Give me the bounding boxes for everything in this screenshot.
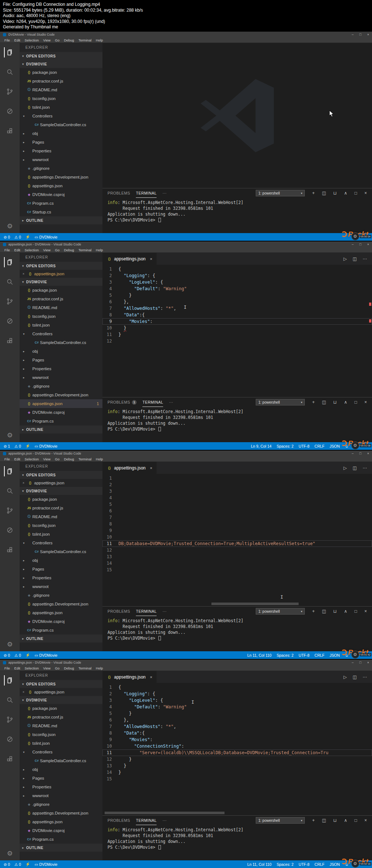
problems-tab[interactable]: PROBLEMS — [108, 188, 130, 198]
menu-item[interactable]: Go — [53, 248, 62, 252]
flame-icon[interactable]: ⚡ — [25, 862, 30, 867]
code-editor[interactable]: 1{2 "Logging": {3 "LogLevel": {4 "Defaul… — [102, 683, 372, 815]
status-item[interactable]: JSON — [329, 444, 340, 448]
tree-item[interactable]: ▸ obj — [20, 556, 102, 565]
tree-item[interactable]: ▸ Pages — [20, 565, 102, 573]
workspace-indicator[interactable]: ▭DVDMovie — [35, 235, 57, 239]
terminal-output[interactable]: info: Microsoft.AspNetCore.Hosting.Inter… — [102, 616, 372, 651]
tree-item[interactable]: {} tslint.json — [20, 530, 102, 539]
search-icon[interactable] — [5, 695, 15, 705]
search-icon[interactable] — [5, 277, 15, 287]
kill-terminal-icon[interactable]: ⊔ — [333, 609, 337, 614]
run-icon[interactable]: ▷ — [343, 465, 347, 471]
menu-item[interactable]: View — [41, 248, 53, 252]
status-item[interactable]: Ln 11, Col 110 — [247, 653, 272, 657]
extensions-icon[interactable] — [5, 545, 15, 555]
tree-item[interactable]: JS protractor.conf.js — [20, 504, 102, 512]
menu-item[interactable]: Edit — [12, 248, 22, 252]
open-editor-item[interactable]: × {} appsettings.json — [20, 270, 102, 278]
split-editor-icon[interactable]: ◫ — [353, 675, 357, 680]
menu-item[interactable]: Terminal — [76, 457, 94, 461]
workspace-indicator[interactable]: ▭DVDMovie — [35, 862, 57, 867]
status-item[interactable]: UTF-8 — [299, 862, 310, 867]
menu-item[interactable]: File — [2, 666, 12, 670]
tree-item[interactable]: C# SampleDataController.cs — [20, 756, 102, 765]
maximize-panel-icon[interactable]: ∧ — [344, 400, 347, 405]
outline-header[interactable]: ▸ OUTLINE — [20, 635, 102, 643]
minimize-icon[interactable]: – — [352, 243, 353, 246]
warnings-indicator[interactable]: ⚠0 — [15, 862, 21, 867]
source-control-icon[interactable] — [5, 505, 15, 516]
tree-item[interactable]: {} appsettings.json — [20, 181, 102, 190]
terminal-output[interactable]: info: Microsoft.AspNetCore.Hosting.Inter… — [102, 407, 372, 442]
status-item[interactable]: CRLF — [315, 862, 324, 867]
tree-item[interactable]: ▸ Pages — [20, 356, 102, 364]
tree-item[interactable]: JS protractor.conf.js — [20, 295, 102, 303]
tree-item[interactable]: ▸ Pages — [20, 138, 102, 147]
settings-gear-icon[interactable]: ⚙ — [7, 431, 13, 439]
debug-icon[interactable] — [5, 525, 15, 535]
open-editors-header[interactable]: ▾ OPEN EDITORS — [20, 471, 102, 479]
tree-item[interactable]: ▸ wwwroot — [20, 791, 102, 800]
debug-icon[interactable] — [5, 316, 15, 326]
status-item[interactable]: JSON — [329, 862, 340, 867]
menu-item[interactable]: Selection — [23, 248, 41, 252]
minimize-icon[interactable]: – — [352, 661, 353, 664]
tree-item[interactable]: ◆ .gitignore — [20, 591, 102, 600]
restore-panel-icon[interactable]: □ — [355, 400, 357, 405]
menu-item[interactable]: Help — [94, 38, 105, 42]
menu-item[interactable]: Help — [94, 248, 105, 252]
tree-item[interactable]: {} tsconfig.json — [20, 312, 102, 321]
status-item[interactable]: Ln 11, Col 110 — [247, 862, 272, 867]
source-control-icon[interactable] — [5, 87, 15, 97]
run-icon[interactable]: ▷ — [343, 675, 347, 680]
tree-item[interactable]: ◈ DVDMovie.csproj — [20, 617, 102, 626]
editor-tab[interactable]: {} appsettings.json × — [102, 671, 157, 683]
terminal-tab[interactable]: TERMINAL — [142, 397, 163, 407]
close-panel-icon[interactable]: × — [364, 818, 367, 823]
tree-item[interactable]: {} appsettings.Development.json — [20, 809, 102, 817]
split-editor-icon[interactable]: ◫ — [353, 465, 357, 471]
shell-selector[interactable]: 1: powershell ▾ — [256, 817, 305, 824]
code-editor[interactable]: 1{2 "Logging": {3 "LogLevel": {4 "Defaul… — [102, 265, 372, 397]
flame-icon[interactable]: ⚡ — [25, 444, 30, 448]
errors-indicator[interactable]: ⊘0 — [4, 235, 10, 239]
tree-item[interactable]: C# SampleDataController.cs — [20, 547, 102, 556]
tree-item[interactable]: ▸ Properties — [20, 364, 102, 373]
menu-item[interactable]: File — [2, 38, 12, 42]
run-icon[interactable]: ▷ — [343, 256, 347, 261]
menu-item[interactable]: Debug — [62, 38, 76, 42]
close-icon[interactable]: × — [367, 661, 369, 664]
close-icon[interactable]: × — [367, 243, 369, 246]
menu-item[interactable]: File — [2, 248, 12, 252]
tree-item[interactable]: {} package.json — [20, 495, 102, 504]
open-editor-item[interactable]: × {} appsettings.json — [20, 688, 102, 696]
tree-item[interactable]: {} package.json — [20, 286, 102, 295]
tree-item[interactable]: {} appsettings.json — [20, 608, 102, 617]
tree-item[interactable]: C# Program.cs — [20, 626, 102, 635]
minimize-icon[interactable]: – — [352, 33, 353, 36]
tree-item[interactable]: ▸ Properties — [20, 147, 102, 155]
tree-item[interactable]: C# SampleDataController.cs — [20, 338, 102, 347]
terminal-tab[interactable]: TERMINAL — [136, 188, 157, 198]
open-editors-header[interactable]: ▾ OPEN EDITORS — [20, 52, 102, 60]
extensions-icon[interactable] — [5, 336, 15, 346]
horizontal-scrollbar[interactable] — [105, 812, 225, 814]
source-control-icon[interactable] — [5, 715, 15, 725]
status-item[interactable]: Ln 9, Col 14 — [251, 444, 272, 448]
menu-item[interactable]: View — [41, 666, 53, 670]
terminal-output[interactable]: info: Microsoft.AspNetCore.Hosting.Inter… — [102, 198, 372, 233]
minimize-icon[interactable]: – — [352, 452, 353, 455]
maximize-panel-icon[interactable]: ∧ — [344, 609, 347, 614]
close-icon[interactable]: × — [367, 33, 369, 36]
status-item[interactable]: Spaces: 2 — [276, 444, 294, 448]
close-icon[interactable]: × — [367, 452, 369, 455]
tab-close-icon[interactable]: × — [150, 466, 152, 470]
tree-item[interactable]: ▾ Controllers — [20, 112, 102, 120]
menu-item[interactable]: Debug — [62, 248, 76, 252]
tree-item[interactable]: ▾ Controllers — [20, 539, 102, 547]
outline-header[interactable]: ▸ OUTLINE — [20, 844, 102, 852]
split-terminal-icon[interactable]: ◫ — [322, 609, 326, 614]
project-header[interactable]: ▾ DVDMOVIE — [20, 696, 102, 704]
tree-item[interactable]: {} appsettings.Development.json — [20, 391, 102, 399]
